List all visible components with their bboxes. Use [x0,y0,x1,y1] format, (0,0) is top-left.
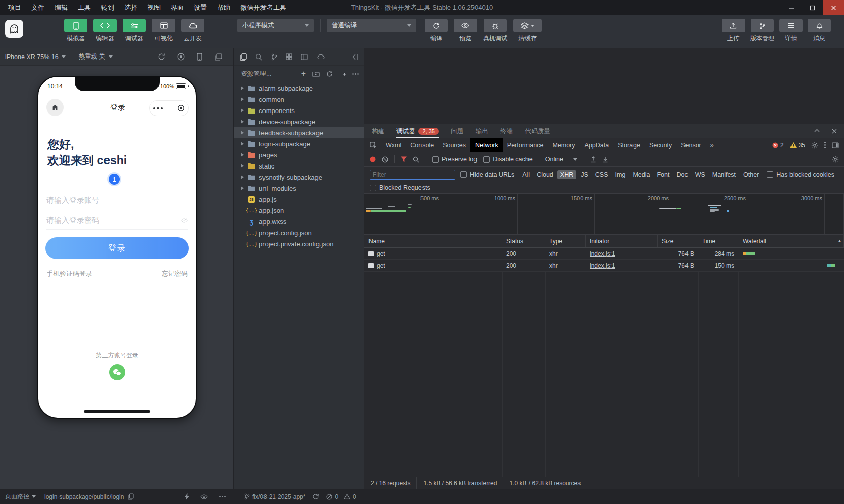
new-folder-icon[interactable] [312,71,320,77]
tree-item[interactable]: feedback-subpackage [234,127,364,138]
warning-count[interactable]: 35 [790,142,805,149]
restart-icon[interactable] [157,53,165,61]
debugger-panel-tab[interactable]: 终端 [500,124,513,138]
multi-window-icon[interactable] [215,53,222,61]
network-settings-icon[interactable] [832,156,839,163]
request-type-chip[interactable]: Media [629,170,653,179]
collapse-panel-icon[interactable] [814,129,820,134]
devtools-tab[interactable]: Memory [548,138,579,152]
password-input[interactable]: 请输入登录密码 [46,212,188,230]
request-type-chip[interactable]: JS [577,170,591,179]
page-path-select[interactable]: 页面路径 [5,492,36,501]
tree-item[interactable]: JSapp.js [234,194,364,205]
device-frame-icon[interactable] [197,53,202,61]
files-icon[interactable] [240,53,247,61]
devtools-tab[interactable]: AppData [580,138,614,152]
column-header[interactable]: Name [364,235,502,247]
account-input[interactable]: 请输入登录账号 [46,192,188,209]
login-button[interactable]: 登录 [45,237,189,259]
chevron-right-icon[interactable] [241,164,244,168]
chevron-right-icon[interactable] [241,153,244,157]
new-file-icon[interactable]: + [301,71,306,76]
column-header[interactable]: Size [658,235,698,247]
wechat-login-button[interactable] [109,364,125,380]
clear-icon[interactable] [382,156,388,163]
kebab-menu-icon[interactable] [824,142,826,148]
source-control-icon[interactable] [271,53,277,61]
filter-input[interactable] [370,170,455,180]
devtools-tab[interactable]: Console [406,138,438,152]
request-type-chip[interactable]: Img [612,170,629,179]
details-button[interactable]: 详情 [779,19,803,43]
tree-item[interactable]: {..}app.json [234,205,364,216]
devtools-tab[interactable]: Sensor [676,138,706,152]
mode-select[interactable]: 小程序模式 [237,19,314,32]
dock-side-icon[interactable] [832,142,839,148]
hide-data-urls-checkbox[interactable]: Hide data URLs [460,171,514,178]
clear-cache-button[interactable]: 清缓存 [513,19,542,43]
version-control-button[interactable]: 版本管理 [750,19,774,43]
request-type-chip[interactable]: All [519,170,533,179]
debugger-panel-tab[interactable]: 构建 [372,124,384,138]
more-icon[interactable] [352,73,359,75]
request-type-chip[interactable]: Doc [673,170,691,179]
collapse-all-icon[interactable] [339,71,346,77]
devtools-tab[interactable]: Storage [613,138,645,152]
chevron-right-icon[interactable] [241,131,244,135]
debugger-panel-tab[interactable]: 问题 [451,124,463,138]
throttling-select[interactable]: Online [545,156,577,163]
tree-item[interactable]: alarm-subpackage [234,83,364,94]
debugger-panel-tab[interactable]: 代码质量 [525,124,550,138]
cloud-sync-icon[interactable] [316,54,325,60]
tree-item[interactable]: static [234,160,364,172]
request-type-chip[interactable]: Other [740,170,762,179]
tree-item[interactable]: device-subpackage [234,116,364,127]
problems-indicator[interactable]: 0 0 [326,493,356,500]
compile-mode-select[interactable]: 普通编译 [327,19,416,32]
copy-path-icon[interactable] [128,493,134,500]
debugger-panel-tab[interactable]: 输出 [476,124,488,138]
menu-item[interactable]: 文件 [26,0,49,15]
menu-item[interactable]: 工具 [73,0,96,15]
collapse-sidebar-icon[interactable] [351,54,358,60]
tree-item[interactable]: pages [234,149,364,160]
menu-item[interactable]: 选择 [119,0,142,15]
sync-icon[interactable] [312,493,319,500]
error-count[interactable]: 2 [772,142,784,149]
initiator-link[interactable]: index.js:1 [590,262,615,269]
blocked-requests-checkbox[interactable]: Blocked Requests [370,184,430,191]
devtools-tab[interactable]: Sources [438,138,470,152]
chevron-right-icon[interactable] [241,175,244,179]
debugger-toggle[interactable]: 调试器 [121,19,147,43]
page-path-value[interactable]: login-subpackage/public/login [44,493,124,500]
preview-button[interactable]: 预览 [454,19,477,43]
request-row[interactable]: get200xhrindex.js:1764 B150 ms [364,260,844,272]
record-icon[interactable] [370,156,376,162]
request-name[interactable]: get [364,248,502,259]
messages-button[interactable]: 消息 [808,19,831,43]
filter-funnel-icon[interactable] [401,156,407,162]
visualize-toggle[interactable]: 可视化 [150,19,177,43]
devtools-tab[interactable]: Security [645,138,676,152]
eye-icon[interactable] [200,494,208,499]
chevron-right-icon[interactable] [241,86,244,90]
debugger-panel-tab[interactable]: 调试器2, 35 [396,124,439,138]
request-type-chip[interactable]: CSS [592,170,611,179]
request-row[interactable]: get200xhrindex.js:1764 B284 ms [364,248,844,260]
tree-item[interactable]: login-subpackage [234,138,364,149]
minimize-button[interactable] [780,0,802,15]
more-icon[interactable] [153,107,163,109]
column-header[interactable]: Type [545,235,586,247]
more-icon[interactable] [219,496,226,497]
request-type-chip[interactable]: WS [692,170,708,179]
editor-toggle[interactable]: 编辑器 [92,19,118,43]
maximize-button[interactable] [802,0,823,15]
import-har-icon[interactable] [590,156,596,163]
request-type-chip[interactable]: XHR [557,170,576,179]
menu-item[interactable]: 项目 [3,0,26,15]
close-panel-icon[interactable] [832,129,837,134]
inspect-element-icon[interactable] [364,138,381,152]
cloud-dev-toggle[interactable]: 云开发 [180,19,206,43]
extensions-icon[interactable] [286,53,292,60]
chevron-right-icon[interactable] [241,97,244,101]
